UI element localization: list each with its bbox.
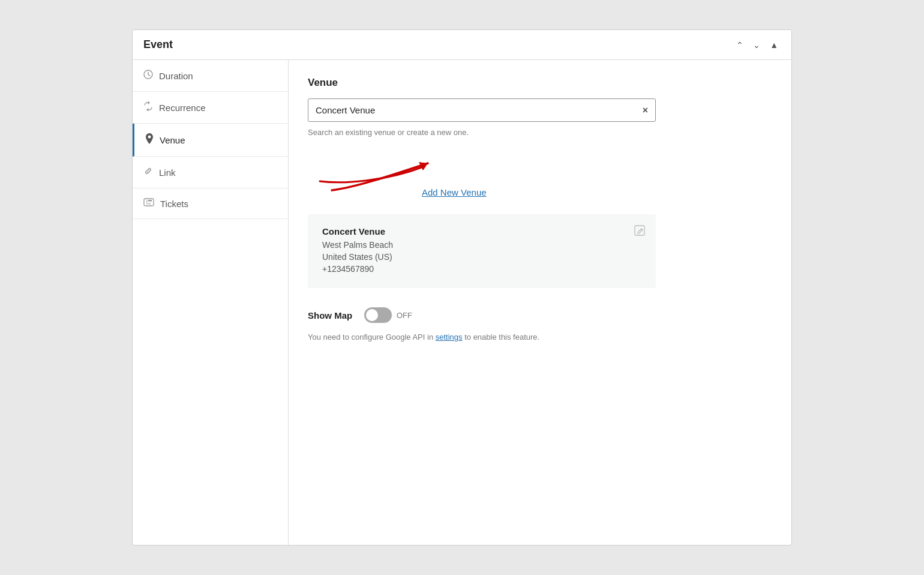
toggle-off-label: OFF — [397, 311, 412, 320]
venue-card-country: United States (US) — [322, 252, 641, 262]
toggle-slider — [364, 307, 392, 323]
expand-button[interactable]: ▲ — [767, 39, 781, 51]
recurrence-icon — [143, 101, 153, 113]
sidebar-item-link[interactable]: Link — [133, 157, 288, 188]
sidebar: Duration Recurrence — [133, 60, 289, 545]
svg-rect-4 — [148, 200, 152, 202]
show-map-row: Show Map OFF — [308, 307, 772, 323]
venue-search-input[interactable] — [308, 99, 635, 121]
panel-body: Duration Recurrence — [133, 60, 791, 545]
google-api-note-after: to enable this feature. — [463, 333, 540, 342]
collapse-up-button[interactable]: ⌃ — [734, 39, 746, 51]
main-content: Venue × Search an existing venue or crea… — [289, 60, 791, 545]
ticket-icon — [143, 198, 154, 209]
sidebar-item-venue-label: Venue — [160, 135, 185, 145]
venue-card-phone: +1234567890 — [322, 264, 641, 274]
panel-title: Event — [143, 38, 173, 51]
venue-section-title: Venue — [308, 77, 772, 89]
add-new-venue-link[interactable]: Add New Venue — [422, 187, 487, 197]
venue-hint: Search an existing venue or create a new… — [308, 128, 772, 137]
clock-icon — [143, 70, 153, 82]
google-api-note-before: You need to configure Google API in — [308, 333, 436, 342]
venue-card-city: West Palms Beach — [322, 240, 641, 250]
sidebar-item-recurrence-label: Recurrence — [159, 103, 206, 113]
venue-card-edit-button[interactable] — [634, 225, 645, 238]
svg-line-2 — [148, 75, 150, 76]
annotation-arrow — [308, 145, 524, 193]
collapse-down-button[interactable]: ⌄ — [751, 39, 763, 51]
sidebar-item-duration[interactable]: Duration — [133, 60, 288, 92]
google-api-note: You need to configure Google API in sett… — [308, 331, 596, 344]
google-api-settings-link[interactable]: settings — [436, 333, 463, 342]
header-controls: ⌃ ⌄ ▲ — [734, 39, 781, 51]
sidebar-item-duration-label: Duration — [159, 71, 193, 81]
sidebar-item-link-label: Link — [159, 167, 176, 178]
sidebar-item-tickets[interactable]: Tickets — [133, 188, 288, 219]
sidebar-item-recurrence[interactable]: Recurrence — [133, 92, 288, 124]
sidebar-item-tickets-label: Tickets — [160, 199, 188, 209]
venue-input-wrapper: × — [308, 98, 656, 122]
toggle-wrapper: OFF — [364, 307, 412, 323]
svg-rect-5 — [148, 203, 151, 205]
pin-icon — [145, 133, 154, 146]
sidebar-item-venue[interactable]: Venue — [133, 124, 288, 157]
show-map-label: Show Map — [308, 310, 356, 321]
annotation-area: Add New Venue — [308, 145, 772, 209]
panel-header: Event ⌃ ⌄ ▲ — [133, 30, 791, 60]
venue-card: Concert Venue West Palms Beach United St… — [308, 214, 656, 288]
link-icon — [143, 166, 153, 178]
event-panel: Event ⌃ ⌄ ▲ Duration — [132, 29, 792, 546]
show-map-toggle[interactable] — [364, 307, 392, 323]
venue-clear-button[interactable]: × — [635, 101, 655, 120]
venue-card-name: Concert Venue — [322, 226, 641, 236]
svg-rect-3 — [144, 199, 154, 206]
